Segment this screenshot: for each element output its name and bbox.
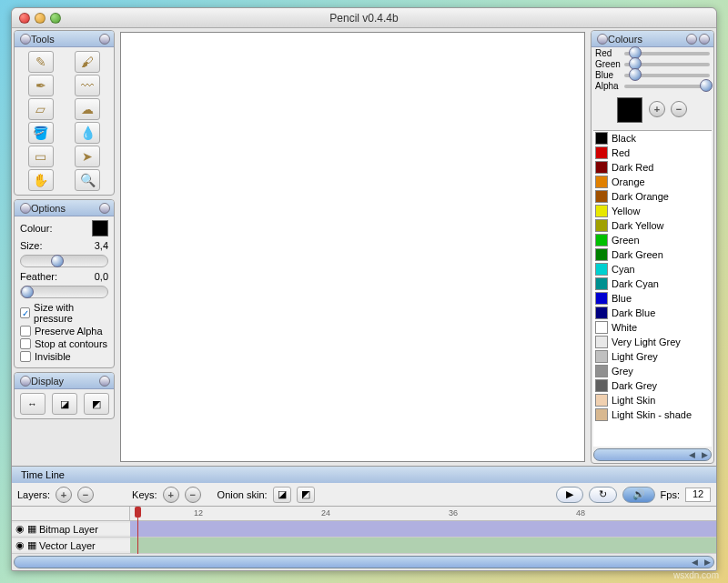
layer-row[interactable]: ◉▦Vector Layer [12, 538, 716, 554]
move-tool[interactable]: ➤ [75, 146, 100, 167]
onion-next-button[interactable]: ◩ [297, 487, 315, 503]
colour-swatch-icon [595, 394, 608, 407]
colour-swatch-icon [595, 336, 608, 348]
colour-item[interactable]: Dark Grey [593, 378, 712, 393]
colour-item[interactable]: Light Skin - shade [593, 407, 712, 422]
colour-item[interactable]: Red [593, 146, 712, 160]
polyline-tool[interactable]: 〰 [75, 75, 100, 96]
colour-name: Orange [612, 176, 645, 187]
blue-slider[interactable] [624, 74, 710, 77]
hand-tool[interactable]: ✋ [28, 169, 54, 191]
colour-item[interactable]: Dark Cyan [593, 276, 712, 291]
brush-tool[interactable]: 🖌 [75, 51, 100, 73]
colour-item[interactable]: Grey [593, 364, 712, 378]
eyedropper-tool[interactable]: 💧 [75, 122, 100, 144]
fps-input[interactable]: 12 [685, 488, 711, 502]
smudge-tool[interactable]: ☁ [75, 98, 100, 120]
checkbox-label: Stop at contours [35, 338, 107, 349]
minimize-icon[interactable] [20, 203, 31, 214]
colour-swatch[interactable] [92, 220, 108, 236]
checkbox[interactable]: ✓ [20, 307, 30, 318]
colour-scrollbar[interactable]: ◀▶ [593, 448, 712, 461]
eraser-tool[interactable]: ▱ [28, 98, 54, 120]
onion-prev-button[interactable]: ◪ [273, 487, 291, 503]
layer-row[interactable]: ◉▦Bitmap Layer [12, 521, 716, 538]
timeline-scrollbar[interactable]: ◀▶ [14, 556, 714, 568]
sound-button[interactable]: 🔊 [622, 487, 655, 503]
window-title: Pencil v0.4.4b [12, 12, 716, 25]
colour-swatch-icon [595, 350, 608, 363]
checkbox[interactable] [20, 338, 31, 349]
titlebar[interactable]: Pencil v0.4.4b [12, 8, 716, 28]
close-icon[interactable] [99, 34, 110, 45]
colour-item[interactable]: Cyan [593, 262, 712, 276]
onion-prev-button[interactable]: ◪ [52, 393, 77, 415]
playhead[interactable] [137, 507, 138, 554]
colour-name: Grey [612, 366, 633, 377]
colour-item[interactable]: Dark Blue [593, 306, 712, 320]
visibility-icon[interactable]: ◉ [15, 539, 25, 551]
colour-item[interactable]: Yellow [593, 204, 712, 218]
current-colour-swatch[interactable] [617, 97, 642, 123]
keys-label: Keys: [132, 489, 157, 500]
colour-item[interactable]: Dark Green [593, 247, 712, 262]
close-icon[interactable] [699, 34, 710, 45]
colour-item[interactable]: Blue [593, 291, 712, 306]
colours-panel: Colours RedGreenBlueAlpha + − BlackRedDa… [591, 30, 714, 464]
colour-item[interactable]: White [593, 320, 712, 335]
remove-key-button[interactable]: − [185, 487, 201, 503]
close-icon[interactable] [99, 376, 110, 387]
checkbox[interactable] [20, 326, 31, 337]
colour-list[interactable]: BlackRedDark RedOrangeDark OrangeYellowD… [593, 130, 712, 447]
tools-panel: Tools ✎ 🖌 ✒ 〰 ▱ ☁ 🪣 💧 ▭ ➤ ✋ 🔍 [14, 30, 115, 196]
colour-item[interactable]: Orange [593, 175, 712, 189]
layer-track[interactable] [130, 538, 716, 553]
add-key-button[interactable]: + [163, 487, 179, 503]
onion-next-icon: ◩ [92, 398, 101, 410]
colour-name: Dark Cyan [612, 278, 659, 289]
minimize-icon[interactable] [20, 34, 31, 45]
visibility-icon[interactable]: ◉ [15, 523, 25, 535]
colour-item[interactable]: Dark Orange [593, 189, 712, 204]
play-button[interactable]: ▶ [556, 487, 583, 503]
green-slider[interactable] [624, 63, 710, 66]
colour-name: Dark Orange [612, 191, 669, 202]
minimize-icon[interactable] [20, 376, 31, 387]
canvas[interactable] [120, 32, 585, 462]
layer-track[interactable] [130, 521, 716, 537]
size-slider[interactable] [20, 255, 108, 267]
bucket-tool[interactable]: 🪣 [28, 122, 54, 144]
onion-next-button[interactable]: ◩ [84, 393, 109, 415]
colour-item[interactable]: Black [593, 131, 712, 146]
remove-layer-button[interactable]: − [77, 487, 94, 503]
select-tool[interactable]: ▭ [28, 146, 54, 167]
onion-prev-icon: ◪ [278, 488, 287, 500]
colour-item[interactable]: Light Grey [593, 349, 712, 364]
colour-item[interactable]: Green [593, 233, 712, 247]
close-icon[interactable] [99, 203, 110, 214]
bucket-icon: 🪣 [33, 126, 48, 140]
minimize-icon[interactable] [597, 34, 608, 45]
red-slider[interactable] [624, 52, 710, 55]
add-layer-button[interactable]: + [56, 487, 72, 503]
options-panel: Options Colour: Size:3,4 Feather:0,0 ✓Si… [14, 199, 115, 368]
mirror-button[interactable]: ↔ [20, 393, 46, 415]
alpha-slider[interactable] [624, 85, 710, 88]
loop-button[interactable]: ↻ [589, 487, 617, 503]
timeline-ruler[interactable]: 12243648 [12, 507, 716, 521]
panel-title: Tools [31, 34, 97, 45]
colour-item[interactable]: Light Skin [593, 393, 712, 407]
add-colour-button[interactable]: + [649, 101, 665, 117]
detach-icon[interactable] [686, 34, 697, 45]
play-icon: ▶ [566, 488, 573, 500]
pen-tool[interactable]: ✒ [28, 75, 54, 96]
colour-name: Dark Blue [612, 307, 655, 318]
checkbox[interactable] [20, 351, 31, 362]
colour-item[interactable]: Dark Yellow [593, 218, 712, 233]
pencil-tool[interactable]: ✎ [28, 51, 54, 73]
zoom-tool[interactable]: 🔍 [75, 169, 100, 191]
remove-colour-button[interactable]: − [671, 101, 687, 117]
feather-slider[interactable] [20, 286, 108, 298]
colour-item[interactable]: Very Light Grey [593, 335, 712, 349]
colour-item[interactable]: Dark Red [593, 160, 712, 175]
